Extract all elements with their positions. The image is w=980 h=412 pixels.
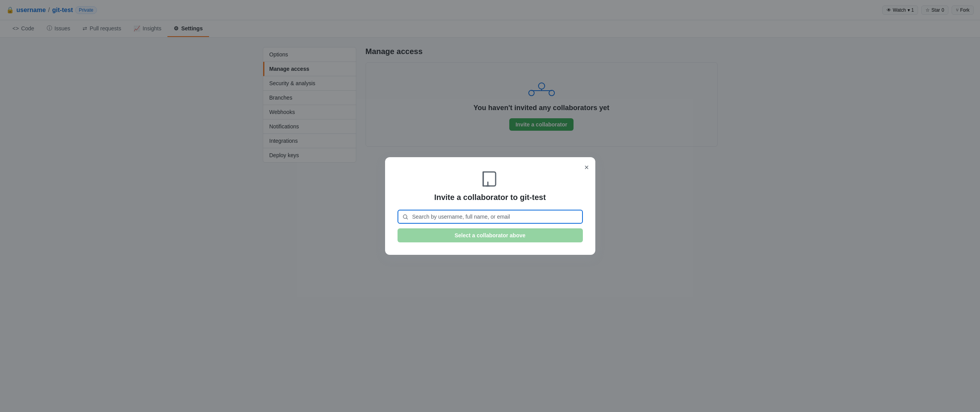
modal-overlay[interactable]: × Invite a collaborator to git-test Sele (0, 0, 980, 172)
modal-close-button[interactable]: × (584, 163, 589, 171)
invite-modal: × Invite a collaborator to git-test Sele (385, 157, 595, 172)
modal-repo-icon (398, 170, 583, 172)
